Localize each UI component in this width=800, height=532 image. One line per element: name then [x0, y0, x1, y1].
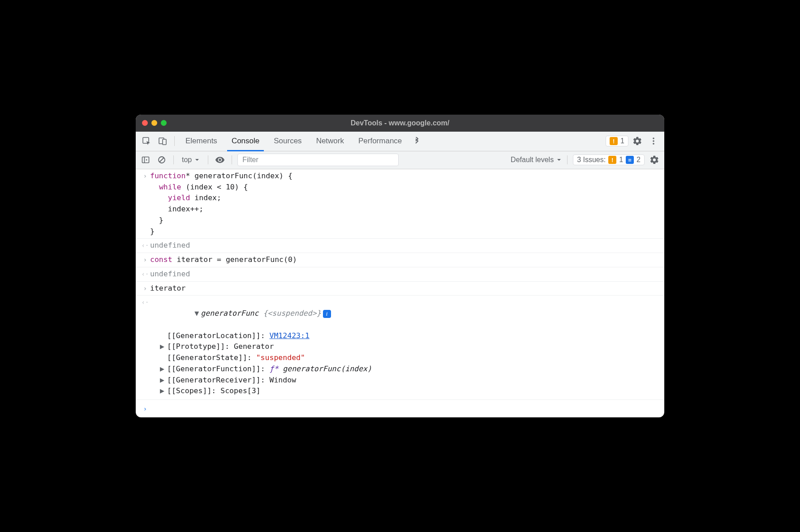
more-tabs-button[interactable] — [410, 134, 424, 148]
console-input-row[interactable]: › iterator — [136, 282, 664, 296]
console-input-row[interactable]: › const iterator = generatorFunc(0) — [136, 253, 664, 267]
object-header[interactable]: ▼generatorFunc {<suspended>}i — [150, 297, 660, 330]
tab-network[interactable]: Network — [310, 132, 350, 151]
return-arrow-icon: ‹· — [140, 297, 150, 330]
divider — [173, 155, 174, 164]
result-value: undefined — [150, 240, 660, 251]
close-icon[interactable] — [142, 120, 148, 126]
disclosure-triangle-icon[interactable]: ▶ — [160, 375, 167, 386]
titlebar: DevTools - www.google.com/ — [136, 115, 664, 132]
issues-counter[interactable]: 3 Issues: ! 1 ≡ 2 — [573, 154, 645, 165]
return-arrow-icon: ‹· — [140, 240, 150, 251]
window-title: DevTools - www.google.com/ — [136, 119, 664, 127]
tab-sources[interactable]: Sources — [267, 132, 308, 151]
svg-point-5 — [653, 143, 654, 145]
info-icon: ≡ — [626, 156, 634, 164]
minimize-icon[interactable] — [151, 120, 157, 126]
code-block: iterator — [150, 283, 660, 294]
divider — [174, 136, 175, 146]
input-arrow-icon: › — [140, 171, 150, 237]
warning-icon: ! — [610, 137, 618, 145]
clear-console-button[interactable] — [155, 154, 168, 166]
input-arrow-icon: › — [140, 254, 150, 266]
svg-rect-2 — [163, 139, 166, 145]
object-property[interactable]: ▶ [[GeneratorLocation]]: VM12423:1 — [140, 330, 660, 342]
svg-point-4 — [653, 141, 654, 142]
devtools-window: DevTools - www.google.com/ Elements Cons… — [136, 115, 664, 417]
maximize-icon[interactable] — [161, 120, 167, 126]
console-result-row: ‹· undefined — [136, 267, 664, 282]
tab-performance[interactable]: Performance — [352, 132, 408, 151]
device-toggle-button[interactable] — [155, 134, 170, 148]
info-icon[interactable]: i — [323, 310, 331, 318]
console-body: › function* generatorFunc(index) { while… — [136, 169, 664, 417]
prompt-input[interactable] — [150, 403, 660, 414]
code-block: const iterator = generatorFunc(0) — [150, 254, 660, 266]
console-object-row: ‹· ▼generatorFunc {<suspended>}i ▶ [[Gen… — [136, 296, 664, 399]
live-expression-button[interactable] — [214, 154, 226, 166]
chevron-down-icon — [194, 157, 200, 163]
console-prompt[interactable]: › — [136, 399, 664, 417]
disclosure-triangle-icon[interactable]: ▶ — [160, 341, 167, 352]
console-settings-button[interactable] — [648, 154, 661, 166]
divider — [232, 155, 232, 164]
panel-tabs: Elements Console Sources Network Perform… — [136, 132, 664, 151]
disclosure-triangle-icon[interactable]: ▶ — [160, 386, 167, 397]
svg-rect-6 — [142, 157, 149, 163]
result-value: undefined — [150, 269, 660, 280]
inspect-button[interactable] — [139, 134, 154, 148]
object-property[interactable]: ▶ [[Prototype]]: Generator — [140, 341, 660, 352]
svg-line-9 — [159, 158, 164, 162]
disclosure-triangle-icon[interactable]: ▼ — [194, 308, 201, 319]
log-levels-selector[interactable]: Default levels — [511, 156, 562, 164]
console-toolbar: top Default levels 3 Issues: ! 1 ≡ 2 — [136, 151, 664, 169]
warning-count: 1 — [620, 137, 624, 145]
chevron-down-icon — [556, 157, 562, 163]
warning-icon: ! — [608, 156, 616, 164]
source-link[interactable]: VM12423:1 — [270, 331, 310, 340]
object-property[interactable]: ▶ [[Scopes]]: Scopes[3] — [140, 386, 660, 397]
window-controls — [142, 120, 167, 126]
console-input-row[interactable]: › function* generatorFunc(index) { while… — [136, 169, 664, 239]
object-property[interactable]: ▶ [[GeneratorReceiver]]: Window — [140, 375, 660, 386]
prompt-arrow-icon: › — [140, 403, 150, 414]
sidebar-toggle-button[interactable] — [139, 154, 152, 166]
settings-button[interactable] — [630, 134, 645, 148]
object-property[interactable]: ▶ [[GeneratorFunction]]: ƒ* generatorFun… — [140, 364, 660, 375]
kebab-menu-button[interactable] — [646, 134, 661, 148]
tab-console[interactable]: Console — [225, 132, 266, 151]
code-block: function* generatorFunc(index) { while (… — [150, 171, 660, 237]
filter-input[interactable] — [237, 154, 399, 166]
context-selector[interactable]: top — [179, 156, 202, 164]
issues-badge[interactable]: ! 1 — [606, 136, 628, 146]
disclosure-triangle-icon[interactable]: ▶ — [160, 364, 167, 375]
divider — [208, 155, 208, 164]
svg-point-3 — [653, 138, 654, 140]
divider — [567, 155, 568, 164]
return-arrow-icon: ‹· — [140, 269, 150, 280]
object-property[interactable]: ▶ [[GeneratorState]]: "suspended" — [140, 352, 660, 364]
tab-elements[interactable]: Elements — [179, 132, 224, 151]
input-arrow-icon: › — [140, 283, 150, 294]
console-result-row: ‹· undefined — [136, 239, 664, 253]
